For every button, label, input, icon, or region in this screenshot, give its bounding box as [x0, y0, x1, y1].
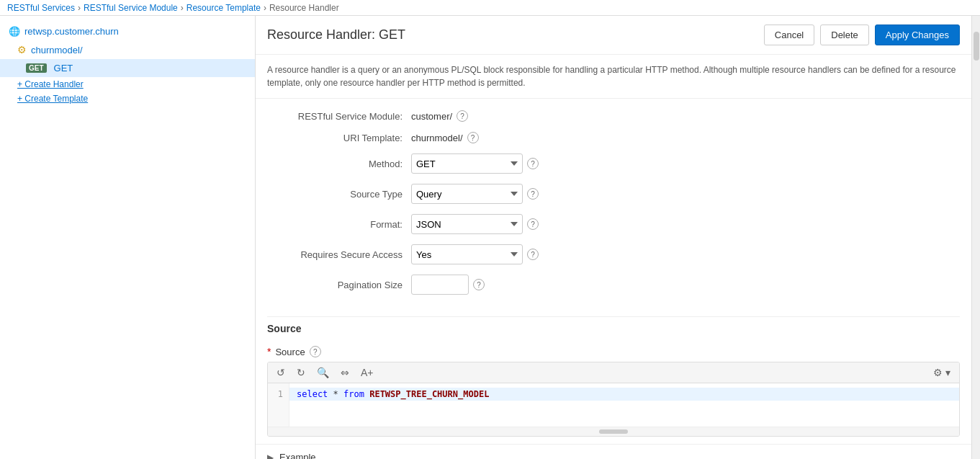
content-header: Resource Handler: GET Cancel Delete Appl… — [256, 16, 971, 55]
format-help-icon[interactable]: ? — [527, 218, 539, 230]
uri-template-value: churnmodel/ ? — [411, 132, 479, 143]
search-button[interactable]: 🔍 — [314, 365, 332, 380]
source-field-label: Source — [275, 347, 305, 357]
apply-changes-button[interactable]: Apply Changes — [875, 24, 960, 45]
format-value: JSON XML CSV ? — [411, 214, 539, 234]
secure-access-label: Requires Secure Access — [267, 249, 411, 260]
source-type-label: Source Type — [267, 189, 411, 200]
undo-button[interactable]: ↺ — [274, 365, 288, 380]
secure-access-value: Yes No ? — [411, 244, 539, 264]
delete-button[interactable]: Delete — [820, 24, 869, 45]
cancel-button[interactable]: Cancel — [764, 24, 814, 45]
sidebar-create-handler[interactable]: + Create Handler — [0, 77, 255, 92]
sidebar: 🌐 retwsp.customer.churn ⚙ churnmodel/ GE… — [0, 16, 256, 459]
sidebar-item-get[interactable]: GET GET — [0, 59, 255, 77]
line-numbers: 1 — [268, 383, 289, 427]
form-row-source-type: Source Type Query PL/SQL Query One Row ? — [267, 184, 960, 204]
example-section: ▶ Example — [256, 444, 971, 459]
gear-icon: ⚙ — [17, 44, 27, 55]
source-section-title: Source — [267, 316, 960, 340]
editor-toolbar-left: ↺ ↻ 🔍 ⇔ A+ — [274, 365, 377, 380]
breadcrumb-resource-template[interactable]: Resource Template — [186, 3, 261, 13]
pagination-input[interactable] — [411, 275, 469, 295]
form-section: RESTful Service Module: customer/ ? URI … — [256, 99, 971, 316]
pagination-value: ? — [411, 275, 485, 295]
method-help-icon[interactable]: ? — [527, 158, 539, 169]
source-type-select[interactable]: Query PL/SQL Query One Row — [411, 184, 523, 204]
breadcrumb: RESTful Services › RESTful Service Modul… — [0, 0, 980, 16]
sidebar-link-retwsp[interactable]: retwsp.customer.churn — [24, 26, 119, 37]
source-type-help-icon[interactable]: ? — [527, 188, 539, 200]
content-area: Resource Handler: GET Cancel Delete Appl… — [256, 16, 971, 459]
source-type-value: Query PL/SQL Query One Row ? — [411, 184, 539, 204]
restful-module-value: customer/ ? — [411, 110, 468, 122]
form-row-secure-access: Requires Secure Access Yes No ? — [267, 244, 960, 264]
method-label: Method: — [267, 159, 411, 169]
description-text: A resource handler is a query or an anon… — [256, 55, 971, 99]
format-label: Format: — [267, 219, 411, 230]
sidebar-link-churnmodel[interactable]: churnmodel/ — [31, 45, 83, 55]
restful-module-help-icon[interactable]: ? — [457, 110, 468, 122]
redo-button[interactable]: ↻ — [294, 365, 308, 380]
form-row-pagination: Pagination Size ? — [267, 275, 960, 295]
expand-arrow-icon: ▶ — [267, 453, 274, 460]
get-badge: GET — [26, 63, 47, 73]
globe-icon: 🌐 — [9, 25, 20, 37]
sidebar-item-retwsp[interactable]: 🌐 retwsp.customer.churn — [0, 22, 255, 40]
form-row-format: Format: JSON XML CSV ? — [267, 214, 960, 234]
editor-scrollbar[interactable] — [268, 427, 959, 436]
secure-access-select[interactable]: Yes No — [411, 244, 523, 264]
required-star: * — [267, 346, 271, 357]
code-content[interactable]: select * from RETWSP_TREE_CHURN_MODEL — [289, 383, 959, 427]
uri-template-label: URI Template: — [267, 133, 411, 143]
sidebar-link-get[interactable]: GET — [54, 63, 73, 73]
settings-button[interactable]: ⚙ ▾ — [930, 365, 953, 380]
uri-template-help-icon[interactable]: ? — [467, 132, 479, 143]
font-size-button[interactable]: A+ — [358, 365, 377, 380]
source-label-row: * Source ? — [267, 346, 960, 357]
expand-button[interactable]: ⇔ — [338, 365, 352, 380]
right-scrollbar[interactable] — [971, 16, 980, 459]
form-row-restful-module: RESTful Service Module: customer/ ? — [267, 110, 960, 122]
breadcrumb-resource-handler: Resource Handler — [269, 3, 339, 13]
breadcrumb-restful-module[interactable]: RESTful Service Module — [84, 3, 178, 13]
method-select[interactable]: GET POST PUT DELETE — [411, 153, 523, 174]
example-expand-row[interactable]: ▶ Example — [267, 445, 960, 459]
editor-body[interactable]: 1 select * from RETWSP_TREE_CHURN_MODEL — [268, 383, 959, 427]
breadcrumb-restful-services[interactable]: RESTful Services — [7, 3, 75, 13]
sidebar-item-churnmodel[interactable]: ⚙ churnmodel/ — [0, 40, 255, 59]
secure-access-help-icon[interactable]: ? — [527, 249, 539, 260]
pagination-label: Pagination Size — [267, 280, 411, 290]
scrollbar-thumb-right — [974, 32, 979, 61]
source-section: Source * Source ? ↺ ↻ 🔍 ⇔ A+ ⚙ ▾ — [256, 316, 971, 444]
method-value: GET POST PUT DELETE ? — [411, 153, 539, 174]
restful-module-label: RESTful Service Module: — [267, 111, 411, 122]
form-row-uri-template: URI Template: churnmodel/ ? — [267, 132, 960, 143]
format-select[interactable]: JSON XML CSV — [411, 214, 523, 234]
header-actions: Cancel Delete Apply Changes — [764, 24, 960, 45]
scrollbar-thumb — [599, 429, 628, 434]
sidebar-create-template[interactable]: + Create Template — [0, 92, 255, 106]
editor-toolbar: ↺ ↻ 🔍 ⇔ A+ ⚙ ▾ — [268, 362, 959, 383]
source-help-icon[interactable]: ? — [310, 346, 321, 357]
code-editor: ↺ ↻ 🔍 ⇔ A+ ⚙ ▾ 1 select * from RETWSP_TR — [267, 362, 960, 437]
example-label: Example — [279, 452, 316, 459]
pagination-help-icon[interactable]: ? — [473, 279, 485, 290]
page-title: Resource Handler: GET — [267, 27, 405, 43]
form-row-method: Method: GET POST PUT DELETE ? — [267, 153, 960, 174]
